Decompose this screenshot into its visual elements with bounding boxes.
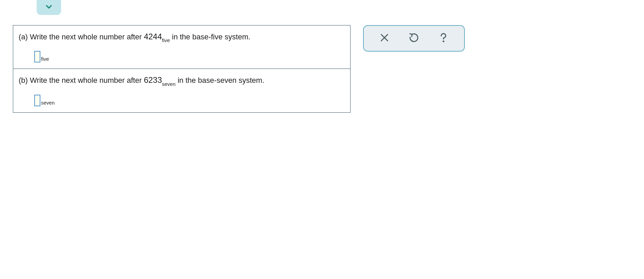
part-a-number-sub: five <box>162 37 170 43</box>
answer-input-b[interactable] <box>34 95 40 106</box>
undo-icon <box>409 32 419 44</box>
part-a-number: 4244 <box>144 32 162 41</box>
question-box: (a) Write the next whole number after 42… <box>13 25 351 113</box>
toolbox <box>363 25 465 52</box>
answer-sub-b: seven <box>41 99 55 107</box>
reset-button[interactable] <box>405 30 422 47</box>
clear-button[interactable] <box>376 30 393 47</box>
part-a-text-after: in the base-five system. <box>172 33 250 41</box>
x-icon <box>379 32 390 44</box>
svg-point-2 <box>443 41 444 42</box>
answer-input-a[interactable] <box>34 51 40 62</box>
question-icon <box>438 32 449 44</box>
answer-row-b: seven <box>34 95 345 106</box>
part-b-number: 6233 <box>144 75 162 85</box>
question-part-b: (b) Write the next whole number after 62… <box>13 69 350 112</box>
part-b-text-before: Write the next whole number after <box>30 76 144 85</box>
expand-button[interactable] <box>37 0 61 15</box>
part-b-number-sub: seven <box>162 81 175 87</box>
chevron-down-icon <box>44 2 54 13</box>
question-part-a: (a) Write the next whole number after 42… <box>13 25 350 69</box>
part-a-text-before: Write the next whole number after <box>30 33 144 41</box>
answer-row-a: five <box>34 51 345 62</box>
part-b-text-after: in the base-seven system. <box>177 76 264 85</box>
help-button[interactable] <box>435 30 452 47</box>
answer-sub-a: five <box>41 55 49 63</box>
part-b-label: (b) <box>19 76 28 85</box>
part-a-label: (a) <box>19 33 28 41</box>
